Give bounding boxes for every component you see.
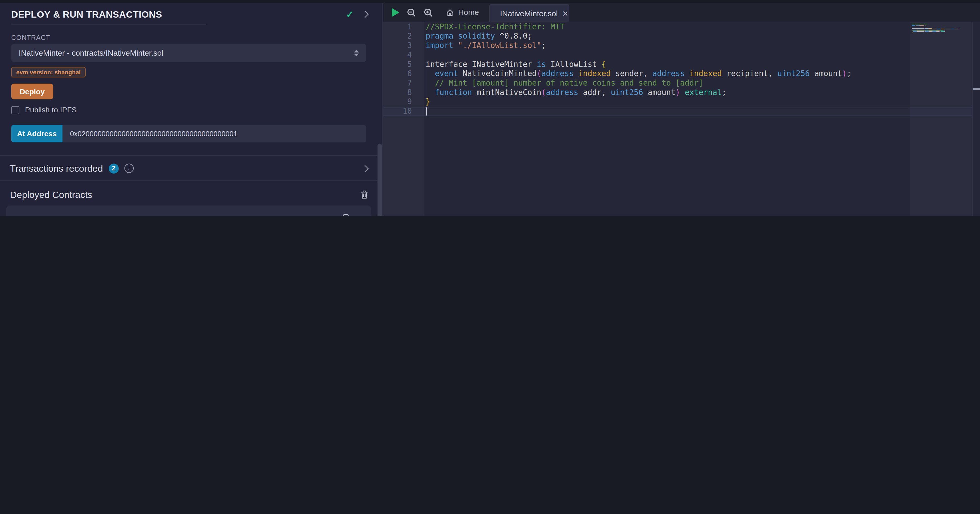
trash-icon[interactable] <box>360 190 369 199</box>
evm-version-badge: evm version: shanghai <box>11 67 86 78</box>
contract-label: CONTRACT <box>11 33 366 41</box>
contract-select[interactable]: INativeMinter - contracts/INativeMinter.… <box>11 44 366 62</box>
deploy-button[interactable]: Deploy <box>11 84 53 99</box>
panel-title: DEPLOY & RUN TRANSACTIONS <box>11 9 337 19</box>
remix-ide: DEPLOY & RUN TRANSACTIONS ✓ CONTRACT INa… <box>0 0 980 216</box>
deployed-contracts-header: Deployed Contracts <box>0 181 377 206</box>
publish-ipfs-row: Publish to IPFS <box>11 106 377 114</box>
code-line: 9} <box>383 97 980 107</box>
code-line: 4 <box>383 51 980 60</box>
code-line: 8 function mintNativeCoin(address addr, … <box>383 88 980 97</box>
contract-card-title: INATIVEMINTER AT 0X020...00001 (BLOCKCHA… <box>26 214 334 216</box>
code-line: 7 // Mint [amount] number of native coin… <box>383 78 980 88</box>
tab-inativeminter[interactable]: INativeMinter.sol ✕ <box>490 5 570 22</box>
run-script-icon[interactable] <box>392 8 399 17</box>
info-icon: i <box>124 163 134 173</box>
expand-transactions-icon[interactable] <box>361 165 369 172</box>
collapse-panel-icon[interactable] <box>361 11 369 17</box>
contract-card-header[interactable]: INATIVEMINTER AT 0X020...00001 (BLOCKCHA… <box>6 206 371 216</box>
zoom-in-icon[interactable] <box>424 8 433 17</box>
editor-tab-bar: Home INativeMinter.sol ✕ <box>383 3 980 22</box>
text-cursor <box>426 108 427 116</box>
contract-select-value: INativeMinter - contracts/INativeMinter.… <box>19 48 354 57</box>
code-line: 10 <box>383 107 980 116</box>
title-underline <box>11 24 206 24</box>
panel-divider[interactable] <box>383 0 383 216</box>
home-icon <box>445 8 454 17</box>
code-line: 3import "./IAllowList.sol"; <box>383 41 980 51</box>
deployed-contract-card: INATIVEMINTER AT 0X020...00001 (BLOCKCHA… <box>6 206 371 216</box>
deploy-run-panel: DEPLOY & RUN TRANSACTIONS ✓ CONTRACT INa… <box>0 0 377 216</box>
at-address-row: At Address <box>11 125 366 143</box>
transactions-recorded-label: Transactions recorded <box>10 163 103 173</box>
close-icon[interactable]: ✕ <box>356 214 363 216</box>
tab-home[interactable]: Home <box>445 8 479 17</box>
code-line: 5interface INativeMinter is IAllowList { <box>383 60 980 69</box>
panel-scrollbar[interactable] <box>377 144 382 216</box>
code-line: 2pragma solidity ^0.8.0; <box>383 32 980 41</box>
transactions-count-badge: 2 <box>108 163 118 173</box>
tab-label: INativeMinter.sol <box>500 9 558 17</box>
chevron-down-icon[interactable] <box>14 214 21 216</box>
code-line: 1//SPDX-License-Identifier: MIT <box>383 22 980 32</box>
deployed-contracts-label: Deployed Contracts <box>10 189 360 200</box>
compile-success-check-icon: ✓ <box>346 10 354 19</box>
code-area[interactable]: 1//SPDX-License-Identifier: MIT2pragma s… <box>383 22 980 116</box>
copy-address-icon[interactable] <box>340 214 349 216</box>
top-strip <box>0 0 980 3</box>
at-address-input[interactable] <box>62 125 366 143</box>
tab-home-label: Home <box>458 8 479 17</box>
zoom-out-icon[interactable] <box>407 8 417 17</box>
code-editor: Home INativeMinter.sol ✕ 1//SPDX-License… <box>383 0 980 216</box>
at-address-button[interactable]: At Address <box>11 125 62 143</box>
publish-ipfs-checkbox[interactable] <box>11 106 19 114</box>
code-line: 6 event NativeCoinMinted(address indexed… <box>383 69 980 78</box>
publish-ipfs-label: Publish to IPFS <box>25 106 77 114</box>
select-arrows-icon <box>354 50 359 56</box>
transactions-recorded-section[interactable]: Transactions recorded 2 i <box>0 155 377 181</box>
close-tab-icon[interactable]: ✕ <box>562 10 568 17</box>
